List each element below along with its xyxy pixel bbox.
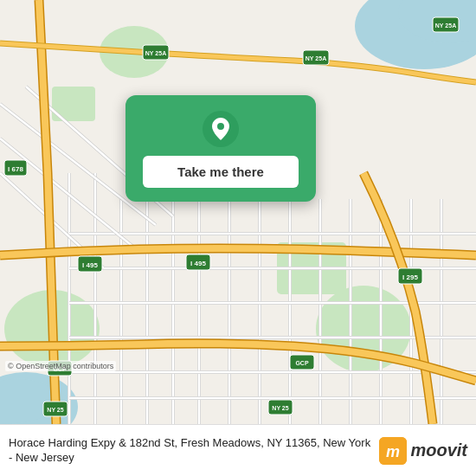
svg-text:I 495: I 495: [82, 261, 98, 269]
svg-text:m: m: [386, 443, 400, 460]
location-card: Take me there: [125, 95, 316, 202]
location-pin-icon: [203, 111, 239, 147]
osm-credit: © OpenStreetMap contributors: [5, 361, 116, 371]
svg-text:NY 25A: NY 25A: [145, 50, 166, 56]
take-me-there-button[interactable]: Take me there: [143, 156, 299, 188]
svg-text:NY 25: NY 25: [47, 407, 63, 413]
svg-text:NY 25: NY 25: [272, 405, 288, 411]
svg-text:I 495: I 495: [190, 260, 206, 267]
svg-text:GCP: GCP: [295, 360, 309, 366]
address-text: Horace Harding Expy & 182nd St, Fresh Me…: [9, 436, 372, 466]
bottom-bar: Horace Harding Expy & 182nd St, Fresh Me…: [0, 424, 476, 476]
moovit-text: moovit: [410, 441, 467, 460]
svg-text:NY 25A: NY 25A: [435, 23, 456, 29]
moovit-logo: m moovit: [379, 437, 467, 465]
svg-text:I 295: I 295: [402, 273, 418, 281]
svg-text:NY 25A: NY 25A: [306, 55, 326, 61]
map-container: I 678 I 495 I 495 I 295 NY 25A NY 25A NY…: [0, 0, 476, 424]
moovit-logo-icon: m: [379, 437, 407, 465]
svg-point-82: [217, 123, 224, 130]
svg-text:I 678: I 678: [8, 165, 23, 173]
